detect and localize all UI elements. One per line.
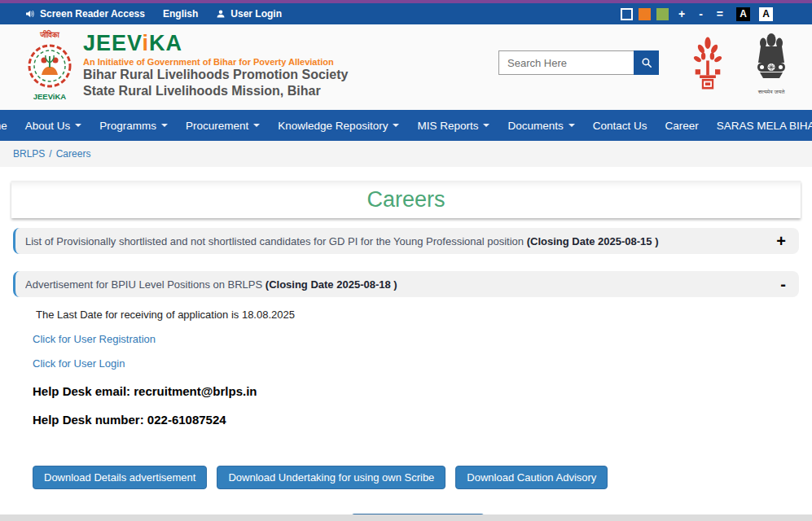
nav-item-procurement[interactable]: Procurement: [186, 120, 260, 132]
main-navigation: Home About Us Programms Procurement Know…: [0, 110, 812, 141]
org-name-line2: State Rural Livelihoods Mission, Bihar: [83, 83, 498, 99]
bihar-emblem-logo: [693, 31, 722, 96]
brand-title: JEEViKA: [83, 31, 498, 55]
search-button[interactable]: [634, 50, 659, 75]
font-increase-button[interactable]: +: [678, 7, 685, 20]
theme-green-swatch[interactable]: [656, 8, 669, 20]
nav-item-contact-us[interactable]: Contact Us: [593, 120, 647, 132]
expand-icon[interactable]: +: [776, 233, 786, 249]
normal-contrast-button[interactable]: A: [759, 7, 773, 21]
top-utility-bar: Screen Reader Access English User Login …: [0, 3, 812, 24]
nav-item-about-us[interactable]: About Us: [25, 120, 82, 132]
page-title-band: Careers: [11, 181, 801, 218]
brand-part-1: JEEV: [83, 31, 143, 55]
topbar-left-group: Screen Reader Access English User Login: [24, 8, 282, 20]
screen-reader-access-label: Screen Reader Access: [40, 8, 145, 20]
theme-orange-swatch[interactable]: [639, 8, 651, 20]
search-input[interactable]: [498, 50, 634, 75]
chevron-down-icon: [161, 124, 168, 127]
government-logos: सत्यमेव जयते: [693, 29, 788, 96]
font-decrease-button[interactable]: -: [699, 7, 703, 20]
closing-date: (Closing Date 2025-08-18 ): [266, 278, 397, 291]
chevron-down-icon: [483, 124, 489, 127]
brand-tagline: An Initiative of Government of Bihar for…: [83, 57, 498, 67]
brand-block: JEEViKA An Initiative of Government of B…: [83, 29, 498, 99]
accordion-expanded-content: The Last Date for receiving of applicati…: [0, 297, 812, 428]
brand-part-3: KA: [149, 31, 182, 55]
accordion-bpiu-positions[interactable]: Advertisement for BPIU Level Positions o…: [13, 271, 799, 297]
accordion-title: List of Provisionally shortlisted and no…: [25, 235, 766, 247]
national-emblem-logo: सत्यमेव जयते: [755, 31, 788, 95]
language-label: English: [163, 8, 198, 20]
nav-item-home[interactable]: Home: [0, 120, 7, 132]
download-details-advertisement-button[interactable]: Download Details advertisement: [33, 466, 207, 489]
search-box: [498, 50, 659, 75]
user-login-content-link[interactable]: Click for User Login: [33, 357, 812, 370]
user-registration-link[interactable]: Click for User Registration: [33, 333, 812, 345]
accessibility-controls: + - = A A: [621, 7, 773, 21]
nav-item-mis-reports[interactable]: MIS Reports: [417, 120, 489, 132]
page: Screen Reader Access English User Login …: [0, 0, 812, 521]
help-desk-number: Help Desk number: 022-61087524: [33, 411, 812, 428]
chevron-down-icon: [75, 124, 81, 127]
nav-item-programms[interactable]: Programms: [99, 120, 168, 132]
jeevika-logo[interactable]: जीविका JEEViKA: [24, 29, 75, 106]
theme-default-swatch[interactable]: [621, 8, 633, 20]
chevron-down-icon: [568, 124, 575, 127]
download-undertaking-button[interactable]: Download Undertaking for using own Scrib…: [217, 466, 446, 489]
nav-item-knowledge-repository[interactable]: Knowledge Repository: [278, 120, 399, 132]
jeevika-logo-caption: JEEViKA: [33, 92, 67, 101]
nav-item-saras-mela-bihar[interactable]: SARAS MELA BIHAR: [717, 120, 812, 132]
accordion-young-professional[interactable]: List of Provisionally shortlisted and no…: [13, 228, 799, 254]
brand-part-i: i: [143, 31, 150, 55]
accordion-title: Advertisement for BPIU Level Positions o…: [25, 278, 770, 291]
user-login-link[interactable]: User Login: [216, 8, 282, 20]
screen-reader-access-link[interactable]: Screen Reader Access: [24, 8, 145, 20]
national-emblem-caption: सत्यमेव जयते: [758, 89, 785, 95]
user-login-label: User Login: [230, 8, 282, 20]
help-desk-email: Help Desk email: recruitment@brlps.in: [33, 383, 812, 400]
font-reset-button[interactable]: =: [717, 7, 723, 20]
breadcrumb-current: Careers: [56, 148, 91, 160]
jeevika-logo-hindi-text: जीविका: [39, 29, 60, 39]
search-icon: [641, 57, 652, 68]
site-header: जीविका JEEViKA JEEViKA An Initiative of …: [0, 24, 812, 110]
nav-item-documents[interactable]: Documents: [507, 120, 574, 132]
chevron-down-icon: [253, 124, 260, 127]
last-date-text: The Last Date for receiving of applicati…: [33, 309, 812, 321]
closing-date: (Closing Date 2025-08-15 ): [527, 235, 659, 247]
breadcrumb-root-link[interactable]: BRLPS: [13, 148, 45, 160]
collapse-icon[interactable]: -: [780, 276, 786, 292]
language-link[interactable]: English: [163, 8, 198, 20]
chevron-down-icon: [393, 124, 399, 127]
footer-strip: [0, 514, 812, 521]
breadcrumb: BRLPS / Careers: [0, 141, 812, 167]
nav-item-career[interactable]: Career: [665, 120, 699, 132]
high-contrast-button[interactable]: A: [736, 7, 750, 21]
breadcrumb-separator: /: [49, 148, 51, 160]
page-title: Careers: [366, 187, 445, 212]
download-buttons-row: Download Details advertisement Download …: [33, 466, 812, 489]
speaker-icon: [24, 9, 35, 19]
org-name-line1: Bihar Rural Livelihoods Promotion Societ…: [83, 67, 498, 83]
user-icon: [216, 9, 226, 19]
download-caution-advisory-button[interactable]: Download Caution Advisory: [455, 466, 608, 489]
